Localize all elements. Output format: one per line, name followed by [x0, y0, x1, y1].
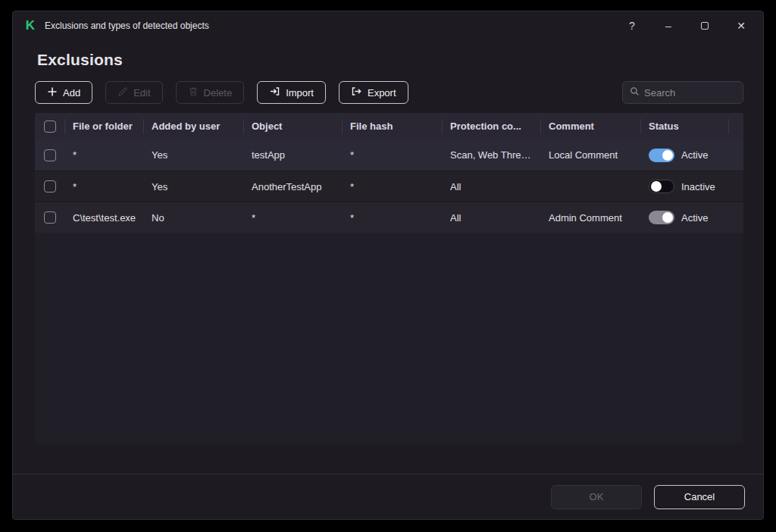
table-header: File or folder Added by user Object File…	[35, 113, 743, 139]
col-spacer	[729, 119, 743, 134]
col-file-or-folder[interactable]: File or folder	[65, 119, 144, 134]
search-input[interactable]	[644, 87, 736, 99]
page-title: Exclusions	[37, 51, 763, 69]
minimize-button[interactable]: –	[656, 15, 681, 36]
row-checkbox-cell	[35, 211, 65, 224]
ok-button[interactable]: OK	[551, 485, 642, 509]
delete-button-label: Delete	[204, 87, 233, 99]
minimize-icon: –	[665, 20, 671, 32]
cell-comment: Admin Comment	[541, 212, 641, 224]
table-row[interactable]: C\test\test.exe No * * All Admin Comment…	[35, 202, 743, 233]
close-button[interactable]: ✕	[728, 15, 754, 36]
row-checkbox[interactable]	[44, 180, 56, 192]
cell-status: Active	[641, 211, 729, 224]
help-button[interactable]: ?	[619, 15, 645, 36]
table-row[interactable]: * Yes testApp * Scan, Web Threa... Local…	[35, 139, 743, 171]
cell-object: testApp	[244, 149, 343, 161]
cell-file-or-folder: *	[65, 181, 144, 192]
row-checkbox-cell	[35, 149, 65, 161]
status-toggle[interactable]	[649, 149, 674, 162]
cell-added-by-user: Yes	[144, 149, 244, 161]
status-label: Active	[681, 149, 708, 161]
dialog-window: K Exclusions and types of detected objec…	[12, 11, 764, 520]
maximize-button[interactable]	[692, 15, 718, 36]
toggle-knob-icon	[662, 150, 673, 161]
toggle-knob-icon	[651, 181, 662, 192]
export-button[interactable]: Export	[339, 81, 408, 104]
export-button-label: Export	[368, 87, 396, 99]
status-toggle[interactable]	[649, 180, 674, 193]
import-button-label: Import	[286, 87, 314, 99]
table-body: * Yes testApp * Scan, Web Threa... Local…	[35, 139, 743, 233]
footer: OK Cancel	[13, 474, 763, 519]
window-title: Exclusions and types of detected objects	[45, 20, 209, 31]
help-icon: ?	[629, 20, 635, 32]
cell-file-hash: *	[343, 181, 443, 192]
cell-file-or-folder: *	[65, 149, 144, 161]
add-button[interactable]: Add	[35, 81, 92, 104]
row-checkbox-cell	[35, 180, 65, 192]
cell-file-or-folder: C\test\test.exe	[65, 212, 144, 224]
maximize-icon	[701, 22, 709, 30]
add-button-label: Add	[63, 87, 80, 99]
status-toggle[interactable]	[649, 211, 674, 224]
header-checkbox-cell	[35, 119, 65, 134]
col-status[interactable]: Status	[641, 119, 729, 134]
import-icon	[269, 86, 280, 99]
pencil-icon	[117, 86, 128, 99]
edit-button[interactable]: Edit	[105, 81, 162, 104]
cell-protection-components: All	[443, 212, 541, 224]
export-icon	[351, 86, 362, 99]
col-file-hash[interactable]: File hash	[343, 119, 443, 134]
cell-file-hash: *	[343, 149, 443, 161]
cell-status: Active	[641, 149, 729, 162]
cell-object: AnotherTestApp	[244, 181, 343, 192]
close-icon: ✕	[737, 20, 746, 32]
search-icon	[630, 86, 640, 99]
trash-icon	[188, 86, 199, 99]
cell-comment: Local Comment	[541, 149, 641, 161]
cell-protection-components: Scan, Web Threa...	[443, 149, 541, 161]
col-comment[interactable]: Comment	[541, 119, 641, 134]
status-label: Inactive	[681, 181, 715, 192]
col-protection-components[interactable]: Protection co...	[443, 119, 541, 134]
delete-button[interactable]: Delete	[176, 81, 245, 104]
window-controls: ? – ✕	[619, 15, 754, 36]
row-checkbox[interactable]	[44, 211, 56, 224]
kaspersky-logo-icon: K	[23, 19, 37, 33]
search-box[interactable]	[622, 81, 743, 104]
col-added-by-user[interactable]: Added by user	[144, 119, 244, 134]
import-button[interactable]: Import	[257, 81, 326, 104]
status-label: Active	[681, 212, 708, 224]
cell-protection-components: All	[443, 181, 541, 192]
plus-icon	[47, 86, 58, 99]
edit-button-label: Edit	[133, 87, 150, 99]
exclusions-table: File or folder Added by user Object File…	[35, 113, 743, 443]
select-all-checkbox[interactable]	[44, 120, 56, 133]
cancel-button[interactable]: Cancel	[654, 485, 745, 509]
cell-added-by-user: Yes	[144, 181, 244, 192]
col-object[interactable]: Object	[244, 119, 343, 134]
cell-object: *	[244, 212, 343, 224]
cell-added-by-user: No	[144, 212, 244, 224]
titlebar: K Exclusions and types of detected objec…	[13, 11, 763, 40]
row-checkbox[interactable]	[44, 149, 56, 161]
toggle-knob-icon	[662, 212, 673, 223]
table-row[interactable]: * Yes AnotherTestApp * All Inactive	[35, 171, 743, 202]
toolbar: Add Edit Delete Import Export	[35, 81, 743, 104]
cell-status: Inactive	[641, 180, 729, 193]
cell-file-hash: *	[343, 212, 443, 224]
table-empty-area	[35, 233, 743, 443]
